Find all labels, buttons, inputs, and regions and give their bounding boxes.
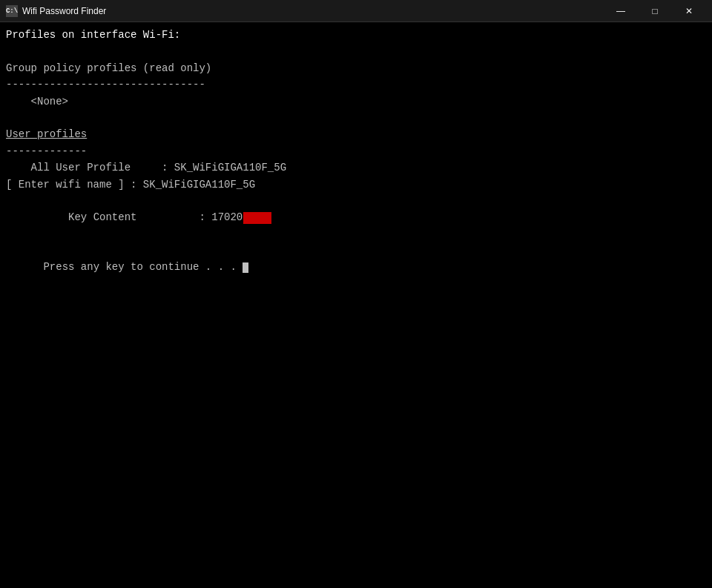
- console-line-2: [6, 43, 706, 59]
- console-line-9: All User Profile : SK_WiFiGIGA110F_5G: [6, 159, 706, 176]
- app-icon: C:\: [6, 5, 18, 17]
- console-line-3: Group policy profiles (read only): [6, 60, 706, 76]
- main-window: C:\ Wifi Password Finder — □ ✕ Profiles …: [0, 0, 712, 588]
- console-line-4: --------------------------------: [6, 76, 706, 93]
- console-output: Profiles on interface Wi-Fi: Group polic…: [0, 22, 712, 588]
- redacted-password: [243, 212, 271, 224]
- console-line-12: Press any key to continue . . .: [6, 242, 706, 292]
- window-title: Wifi Password Finder: [22, 6, 604, 16]
- minimize-button[interactable]: —: [604, 0, 638, 22]
- console-line-8: -------------: [6, 143, 706, 159]
- maximize-button[interactable]: □: [638, 0, 672, 22]
- console-line-7: User profiles: [6, 126, 706, 142]
- title-bar: C:\ Wifi Password Finder — □ ✕: [0, 0, 712, 22]
- console-line-5: <None>: [6, 93, 706, 110]
- console-line-6: [6, 110, 706, 126]
- window-controls: — □ ✕: [604, 0, 706, 22]
- console-line-1: Profiles on interface Wi-Fi:: [6, 27, 706, 43]
- key-content-prefix: Key Content : 17020: [43, 211, 243, 223]
- console-line-10: [ Enter wifi name ] : SK_WiFiGIGA110F_5G: [6, 176, 706, 193]
- close-button[interactable]: ✕: [672, 0, 706, 22]
- console-line-11: Key Content : 17020: [6, 193, 706, 242]
- cursor-blink: [243, 262, 248, 273]
